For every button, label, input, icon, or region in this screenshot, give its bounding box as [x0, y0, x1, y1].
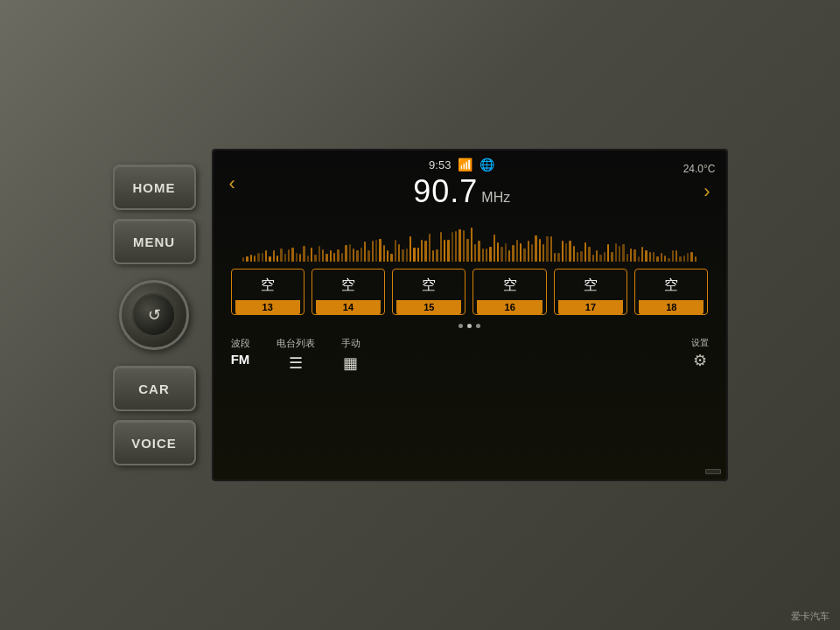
station-list-label: 电台列表: [276, 337, 315, 350]
waveform-bar: [634, 249, 635, 262]
manual-item[interactable]: 手动 ▦: [341, 337, 360, 373]
waveform-bar: [452, 232, 453, 262]
frequency-unit: MHz: [481, 190, 510, 206]
waveform-bar: [577, 252, 578, 262]
presets-grid: 空13空14空15空16空17空18: [224, 269, 716, 315]
preset-chinese: 空: [422, 276, 436, 295]
preset-card[interactable]: 空15: [392, 269, 466, 315]
waveform-bar: [466, 239, 468, 262]
waveform-bar: [333, 253, 335, 262]
forward-button[interactable]: ›: [698, 178, 715, 205]
bottom-bar: 波段 FM 电台列表 ☰ 手动 ▦ 设置 ⚙: [224, 337, 716, 373]
waveform-bar: [641, 247, 643, 262]
menu-button[interactable]: MENU: [113, 219, 196, 264]
usb-slot: [705, 469, 721, 474]
waveform-bar: [455, 231, 457, 262]
frequency-value: 90.7: [413, 173, 478, 210]
wifi-icon: 📶: [458, 158, 472, 172]
waveform-bar: [303, 246, 304, 262]
waveform-bar: [395, 240, 396, 262]
waveform-bar: [531, 244, 533, 262]
preset-card[interactable]: 空16: [472, 269, 546, 315]
waveform-bar: [345, 245, 346, 262]
home-button[interactable]: HOME: [113, 164, 196, 210]
waveform-bar: [463, 230, 465, 262]
preset-chinese: 空: [261, 276, 275, 295]
preset-card[interactable]: 空14: [312, 269, 385, 315]
waveform-bar: [520, 243, 522, 262]
waveform-bar: [508, 250, 510, 262]
waveform-bar: [482, 248, 484, 262]
preset-number: 15: [396, 300, 461, 314]
preset-card[interactable]: 空13: [231, 269, 304, 315]
waveform-bar: [672, 250, 674, 262]
waveform-bar: [478, 241, 480, 262]
waveform-bar: [695, 256, 696, 262]
waveform-bar: [250, 255, 252, 262]
waveform-bar: [679, 256, 681, 262]
waveform-bar: [569, 241, 570, 262]
waveform-bar: [288, 249, 290, 262]
main-screen: ‹ 9:53 📶 🌐 90.7 MHz 24.0°C ›: [212, 149, 728, 481]
waveform-bar: [337, 249, 339, 262]
waveform-bar: [512, 245, 514, 262]
waveform-bar: [356, 250, 358, 262]
voice-button[interactable]: VOICE: [113, 420, 196, 466]
waveform-bar: [326, 254, 327, 262]
car-button[interactable]: CAR: [113, 366, 196, 411]
waveform-bar: [546, 236, 548, 262]
waveform-bar: [424, 241, 426, 262]
waveform-bar: [360, 248, 362, 262]
settings-button[interactable]: 设置 ⚙: [691, 337, 709, 370]
waveform-bar: [683, 256, 685, 262]
band-item[interactable]: 波段 FM: [231, 337, 250, 367]
waveform-bar: [444, 240, 445, 262]
waveform-bar: [383, 245, 385, 262]
waveform-bar: [661, 253, 662, 262]
waveform-bar: [638, 256, 640, 262]
knob-inner: ↺: [132, 293, 176, 337]
waveform-bar: [622, 244, 624, 262]
back-button[interactable]: ‹: [224, 172, 241, 195]
waveform-bar: [687, 253, 689, 262]
waveform-bar: [649, 252, 651, 262]
temperature-display: 24.0°C: [683, 163, 716, 175]
waveform-bar: [542, 244, 544, 262]
waveform-bar: [557, 253, 559, 262]
waveform-bar: [421, 240, 423, 262]
preset-card[interactable]: 空18: [634, 269, 708, 315]
waveform-bar: [330, 250, 332, 262]
waveform-bar: [262, 253, 263, 262]
waveform-bar: [497, 242, 499, 262]
car-unit: HOME MENU ↺ CAR VOICE ‹ 9:53 📶 🌐: [0, 0, 840, 630]
waveform-bar: [447, 240, 449, 262]
screen-content: ‹ 9:53 📶 🌐 90.7 MHz 24.0°C ›: [214, 150, 726, 480]
preset-card[interactable]: 空17: [554, 269, 627, 315]
manual-label: 手动: [341, 337, 360, 350]
station-list-item[interactable]: 电台列表 ☰: [276, 337, 315, 373]
waveform-bar: [550, 236, 552, 262]
band-label: 波段: [231, 337, 250, 350]
waveform-bar: [280, 248, 282, 262]
watermark: 爱卡汽车: [791, 610, 830, 623]
waveform-bar: [664, 256, 666, 262]
waveform-bar: [505, 243, 507, 262]
top-center: 9:53 📶 🌐 90.7 MHz: [413, 158, 510, 210]
waveform-bar: [626, 254, 628, 262]
waveform-bar: [528, 241, 529, 262]
preset-number: 18: [639, 300, 704, 314]
waveform-bar: [592, 255, 594, 262]
waveform-bar: [311, 248, 312, 262]
waveform-bar: [265, 250, 267, 262]
waveform-bar: [486, 248, 487, 262]
waveform-bar: [458, 229, 460, 262]
knob-icon: ↺: [148, 305, 161, 325]
page-dots: [224, 324, 716, 328]
waveform-bar: [413, 248, 415, 262]
waveform-bar: [307, 256, 309, 262]
preset-number: 17: [558, 300, 623, 314]
waveform-bar: [387, 250, 388, 262]
waveform-bar: [690, 252, 692, 262]
waveform-bar: [676, 250, 677, 262]
knob[interactable]: ↺: [119, 280, 189, 350]
